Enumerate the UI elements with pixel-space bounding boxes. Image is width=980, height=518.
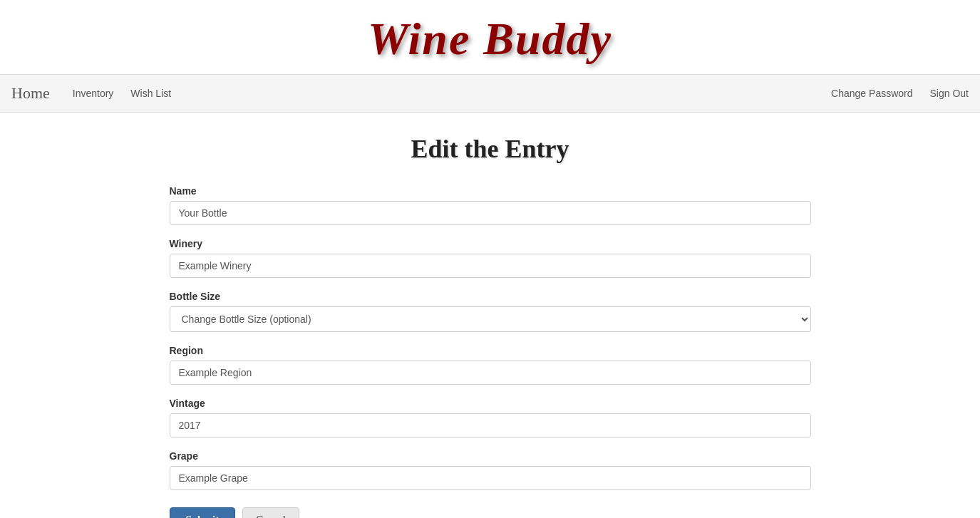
page-title: Edit the Entry: [170, 134, 811, 164]
name-input[interactable]: [170, 201, 811, 225]
bottle-size-select[interactable]: Change Bottle Size (optional) 187ml 375m…: [170, 306, 811, 332]
nav-sign-out-link[interactable]: Sign Out: [930, 88, 969, 99]
edit-entry-form: Name Winery Bottle Size Change Bottle Si…: [170, 185, 811, 518]
vintage-label: Vintage: [170, 398, 811, 409]
winery-label: Winery: [170, 238, 811, 249]
name-field-group: Name: [170, 185, 811, 225]
nav-change-password-link[interactable]: Change Password: [831, 88, 912, 99]
bottle-size-label: Bottle Size: [170, 291, 811, 302]
vintage-input[interactable]: [170, 413, 811, 437]
region-field-group: Region: [170, 345, 811, 385]
logo-section: Wine Buddy: [0, 0, 980, 74]
app-logo: Wine Buddy: [368, 13, 612, 66]
nav-wishlist-link[interactable]: Wish List: [130, 88, 171, 99]
grape-input[interactable]: [170, 466, 811, 490]
navbar-right: Change Password Sign Out: [831, 88, 969, 99]
region-input[interactable]: [170, 361, 811, 385]
main-content: Edit the Entry Name Winery Bottle Size C…: [155, 113, 825, 518]
navbar: Home Inventory Wish List Change Password…: [0, 74, 980, 113]
vintage-field-group: Vintage: [170, 398, 811, 437]
bottle-size-field-group: Bottle Size Change Bottle Size (optional…: [170, 291, 811, 332]
winery-input[interactable]: [170, 254, 811, 278]
region-label: Region: [170, 345, 811, 356]
cancel-button[interactable]: Cancel: [242, 507, 299, 518]
submit-button[interactable]: Submit: [170, 507, 236, 518]
grape-label: Grape: [170, 450, 811, 462]
navbar-left: Home Inventory Wish List: [11, 84, 171, 103]
nav-home-link[interactable]: Home: [11, 84, 50, 103]
form-actions: Submit Cancel: [170, 507, 811, 518]
grape-field-group: Grape: [170, 450, 811, 490]
name-label: Name: [170, 185, 811, 197]
winery-field-group: Winery: [170, 238, 811, 278]
nav-inventory-link[interactable]: Inventory: [73, 88, 114, 99]
